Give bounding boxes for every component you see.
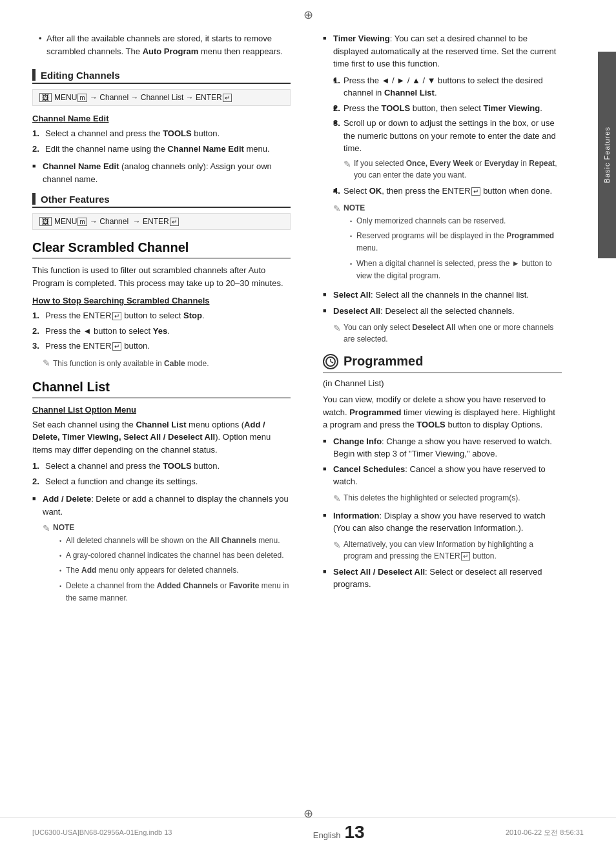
tv-note-2: Reserved programs will be displayed in t… (350, 230, 562, 254)
tv-note-title: NOTE (344, 202, 562, 214)
timer-viewing-steps: 1. Press the ◄ / ► / ▲ / ▼ buttons to se… (333, 74, 562, 198)
how-to-stop-title: How to Stop Searching Scrambled Channels (32, 296, 291, 305)
add-delete-note-bullets: All deleted channels will be shown on th… (59, 535, 291, 604)
left-column: After all the available channels are sto… (0, 26, 310, 619)
top-bullets-list: After all the available channels are sto… (32, 32, 291, 57)
note-icon-tv: ✎ (333, 202, 341, 216)
cancel-note-text: This deletes the highlighted or selected… (344, 492, 520, 504)
clear-step-3: 3. Press the ENTER↵ button. (32, 340, 291, 353)
note-icon-deselect: ✎ (333, 322, 341, 335)
channel-name-edit-steps: 1. Select a channel and press the TOOLS … (32, 127, 291, 155)
select-all-item: Select All: Select all the channels in t… (323, 289, 562, 302)
clock-icon (323, 354, 338, 369)
menu-path-text: MENUm → Channel → Channel List → ENTER↵ (54, 93, 232, 102)
other-features-menu-path: 🖼 MENUm → Channel → ENTER↵ (32, 213, 291, 230)
programmed-title: Programmed (323, 354, 562, 373)
deselect-all-item: Deselect All: Deselect all the selected … (323, 305, 562, 345)
channel-list-steps: 1. Select a channel and press the TOOLS … (32, 460, 291, 488)
tv-note-block: ✎ NOTE Only memorized channels can be re… (333, 202, 562, 285)
side-tab: Basic Features (598, 52, 616, 258)
tv-note-content: NOTE Only memorized channels can be rese… (344, 202, 562, 285)
cancel-schedules-item: Cancel Schedules: Cancel a show you have… (323, 463, 562, 506)
channel-name-edit-note: Channel Name Edit (analog channels only)… (32, 160, 291, 185)
note-text: This function is only available in Cable… (53, 358, 209, 369)
programmed-section: Programmed (in Channel List) You can vie… (323, 354, 562, 591)
editing-channels-header: Editing Channels (32, 69, 291, 84)
note-icon-info: ✎ (333, 539, 341, 552)
tv-note-1: Only memorized channels can be reserved. (350, 215, 562, 227)
cancel-schedules-note: ✎ This deletes the highlighted or select… (333, 492, 562, 506)
timer-viewing-item: Timer Viewing: You can set a desired cha… (323, 32, 562, 285)
tv-note-3: When a digital channel is selected, pres… (350, 258, 562, 282)
programmed-items: Change Info: Change a show you have rese… (323, 435, 562, 591)
note-title: NOTE (53, 522, 291, 533)
crosshair-top-icon: ⊕ (303, 8, 313, 22)
footer-page-number: 13 (344, 822, 364, 843)
programmed-body: You can view, modify or delete a show yo… (323, 393, 562, 431)
note-icon-cancel: ✎ (333, 492, 341, 506)
editing-channels-title: Editing Channels (41, 70, 120, 81)
note-icon-tv3: ✎ (344, 158, 351, 171)
note-bullet-2: A gray-colored channel indicates the cha… (59, 550, 291, 562)
channel-list-section: Channel List Channel List Option Menu Se… (32, 380, 291, 607)
clear-scrambled-section: Clear Scrambled Channel This function is… (32, 240, 291, 369)
footer-file-text: [UC6300-USA]BN68-02956A-01Eng.indb 13 (32, 828, 172, 836)
other-features-path-text: MENUm → Channel → ENTER↵ (54, 217, 180, 226)
information-note: ✎ Alternatively, you can view Informatio… (333, 539, 562, 562)
clear-step-1: 1. Press the ENTER↵ button to select Sto… (32, 309, 291, 322)
channel-list-title: Channel List (32, 380, 291, 398)
clear-scrambled-body: This function is used to filter out scra… (32, 264, 291, 289)
select-deselect-all-item: Select All / Deselect All: Select or des… (323, 566, 562, 591)
footer-date-text: 2010-06-22 오전 8:56:31 (506, 828, 584, 838)
svg-line-2 (331, 362, 333, 363)
note-bullet-3: The Add menu only appears for deleted ch… (59, 564, 291, 577)
chapter-label: Basic Features (603, 127, 611, 183)
tv-note-bullets: Only memorized channels can be reserved.… (350, 215, 562, 282)
step-2: 2. Edit the channel name using the Chann… (32, 143, 291, 156)
footer-page: English 13 (313, 822, 365, 843)
tv-step3-note: ✎ If you selected Once, Every Week or Ev… (344, 158, 562, 181)
tv-step-3: 3. Scroll up or down to adjust the setti… (333, 117, 562, 181)
main-content: After all the available channels are sto… (0, 0, 616, 632)
programmed-title-text: Programmed (344, 354, 423, 369)
information-note-text: Alternatively, you can view Information … (344, 539, 562, 562)
channel-name-edit-notes: Channel Name Edit (analog channels only)… (32, 160, 291, 185)
note-bullet-4: Delete a channel from the Added Channels… (59, 580, 291, 604)
step-1: 1. Select a channel and press the TOOLS … (32, 127, 291, 140)
page-container: ⊕ Basic Features After all the available… (0, 0, 616, 853)
programmed-subtitle: (in Channel List) (323, 377, 562, 390)
add-delete-note-content: NOTE All deleted channels will be shown … (53, 522, 291, 607)
menu-icon-2: 🖼 (39, 217, 52, 226)
add-delete-note-block: ✎ NOTE All deleted channels will be show… (43, 522, 291, 607)
tv-step-1: 1. Press the ◄ / ► / ▲ / ▼ buttons to se… (333, 74, 562, 99)
other-features-title: Other Features (41, 194, 110, 205)
menu-icon-1: 🖼 (39, 93, 52, 102)
clear-step-2: 2. Press the ◄ button to select Yes. (32, 325, 291, 338)
note-bullet-1: All deleted channels will be shown on th… (59, 535, 291, 547)
tv-step-2: 2. Press the TOOLS button, then select T… (333, 102, 562, 115)
add-delete-item: Add / Delete: Delete or add a channel to… (32, 493, 291, 607)
note-pencil-icon: ✎ (43, 358, 50, 368)
timer-viewing-list: Timer Viewing: You can set a desired cha… (323, 32, 562, 345)
channel-list-options: Add / Delete: Delete or add a channel to… (32, 493, 291, 607)
cl-step-1: 1. Select a channel and press the TOOLS … (32, 460, 291, 473)
footer-language: English (313, 830, 341, 840)
deselect-note-text: You can only select Deselect All when on… (344, 322, 562, 345)
channel-list-option-menu-title: Channel List Option Menu (32, 405, 291, 415)
top-bullet-1: After all the available channels are sto… (39, 32, 291, 57)
editing-channels-menu-path: 🖼 MENUm → Channel → Channel List → ENTER… (32, 89, 291, 106)
clear-scrambled-note: ✎ This function is only available in Cab… (43, 358, 291, 369)
other-features-header: Other Features (32, 193, 291, 208)
other-features-bar (32, 193, 36, 205)
clear-scrambled-title: Clear Scrambled Channel (32, 240, 291, 259)
channel-list-option-menu-body: Set each channel using the Channel List … (32, 418, 291, 457)
right-column: Timer Viewing: You can set a desired cha… (310, 26, 581, 619)
note-icon-add-delete: ✎ (43, 522, 50, 535)
information-item: Information: Display a show you have res… (323, 509, 562, 562)
deselect-note: ✎ You can only select Deselect All when … (333, 322, 562, 345)
footer: [UC6300-USA]BN68-02956A-01Eng.indb 13 En… (0, 817, 616, 847)
programmed-subtitle-text: (in Channel List) (323, 378, 384, 388)
cl-step-2: 2. Select a function and change its sett… (32, 475, 291, 488)
tv-step-4: 4. Select OK, then press the ENTER↵ butt… (333, 185, 562, 198)
change-info-item: Change Info: Change a show you have rese… (323, 435, 562, 460)
